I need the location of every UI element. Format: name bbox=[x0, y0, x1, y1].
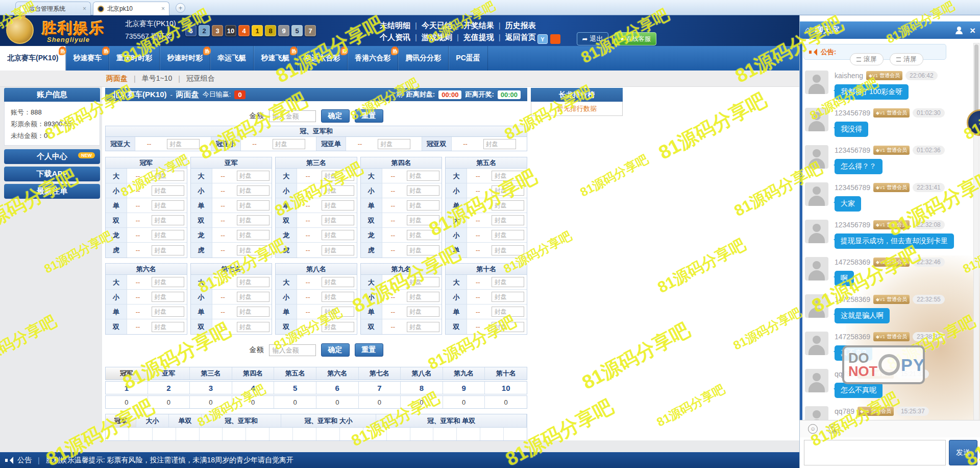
confirm-button[interactable]: 确定 bbox=[321, 109, 350, 123]
bet-option-第十名-单[interactable]: 单-- bbox=[446, 305, 527, 319]
bet-option-第四名-大[interactable]: 大-- bbox=[361, 169, 442, 183]
header-link-今天已结[interactable]: 今天已结 bbox=[422, 21, 452, 30]
bet-option-第六名-单[interactable]: 单-- bbox=[106, 305, 187, 319]
bet-option-第七名-单[interactable]: 单-- bbox=[191, 305, 272, 319]
summary-number-cell[interactable]: 8 bbox=[401, 382, 443, 394]
reset-button[interactable]: 重置 bbox=[355, 109, 383, 123]
bet-option-亚军-大[interactable]: 大-- bbox=[191, 169, 272, 183]
bet-amount-input[interactable] bbox=[492, 322, 524, 332]
bet-option-第四名-单[interactable]: 单-- bbox=[361, 198, 442, 213]
nav-tab-重庆时时彩[interactable]: 重庆时时彩 bbox=[109, 46, 160, 71]
sum-bet-amount-input[interactable] bbox=[273, 139, 305, 149]
bet-amount-input[interactable] bbox=[407, 200, 439, 210]
bet-amount-input[interactable] bbox=[492, 277, 524, 287]
sum-bet-冠亚单[interactable]: 冠亚单-- bbox=[316, 137, 422, 151]
chat-message-input[interactable] bbox=[804, 440, 946, 465]
bet-option-亚军-双[interactable]: 双-- bbox=[191, 213, 272, 228]
bet-amount-input[interactable] bbox=[237, 245, 270, 255]
bet-amount-input[interactable] bbox=[322, 185, 354, 196]
home-icon[interactable]: ⌂ bbox=[805, 25, 811, 36]
online-service-button[interactable]: ● 在线客服 bbox=[615, 32, 656, 45]
sum-bet-冠亚小[interactable]: 冠亚小-- bbox=[211, 137, 317, 151]
summary-number-cell[interactable]: 4 bbox=[232, 382, 275, 394]
subnav-两面盘[interactable]: 两面盘 bbox=[106, 74, 128, 83]
bet-option-第十名-大[interactable]: 大-- bbox=[446, 275, 527, 290]
bet-option-亚军-单[interactable]: 单-- bbox=[191, 198, 272, 213]
bet-amount-input[interactable] bbox=[322, 322, 354, 332]
bet-option-第三名-双[interactable]: 双-- bbox=[276, 213, 357, 228]
bet-option-第七名-大[interactable]: 大-- bbox=[191, 275, 272, 290]
combo-header-冠、亚军和 单双[interactable]: 冠、亚军和 单双 bbox=[376, 414, 527, 427]
bet-option-亚军-虎[interactable]: 虎-- bbox=[191, 243, 272, 258]
bet-option-第五名-大[interactable]: 大-- bbox=[446, 213, 527, 228]
header-link-游戏规则[interactable]: 游戏规则 bbox=[422, 33, 452, 41]
bet-amount-input[interactable] bbox=[237, 322, 270, 332]
chat-close-icon[interactable]: × bbox=[970, 27, 975, 34]
image-upload-icon[interactable] bbox=[829, 425, 839, 433]
nav-tab-北京赛车(PK10)[interactable]: 北京赛车(PK10)热 bbox=[0, 46, 66, 71]
combo-header-单双[interactable]: 单双 bbox=[169, 414, 202, 427]
summary-header-第九名[interactable]: 第九名 bbox=[443, 367, 485, 380]
nav-tab-秒速时时彩[interactable]: 秒速时时彩热 bbox=[160, 46, 210, 71]
summary-header-第六名[interactable]: 第六名 bbox=[316, 367, 359, 380]
bet-option-第五名-小[interactable]: 小-- bbox=[446, 183, 527, 198]
close-tab-icon[interactable]: × bbox=[83, 5, 86, 12]
bet-amount-input[interactable] bbox=[407, 292, 439, 302]
clear-screen-button[interactable]: 清屏 bbox=[890, 53, 923, 65]
subnav-冠亚组合[interactable]: 冠亚组合 bbox=[186, 74, 215, 83]
combo-header-冠军[interactable]: 冠军 bbox=[106, 414, 136, 427]
bet-amount-input[interactable] bbox=[152, 292, 184, 302]
bet-amount-input[interactable] bbox=[152, 307, 184, 317]
bet-option-第三名-大[interactable]: 大-- bbox=[276, 169, 357, 183]
bet-amount-input[interactable] bbox=[492, 185, 524, 196]
bet-option-第十名-小[interactable]: 小-- bbox=[446, 290, 527, 305]
header-link-充值提现[interactable]: 充值提现 bbox=[463, 33, 494, 41]
bet-amount-input[interactable] bbox=[152, 277, 184, 287]
bet-option-亚军-龙[interactable]: 龙-- bbox=[191, 228, 272, 243]
bet-amount-input[interactable] bbox=[492, 245, 524, 255]
bet-option-第八名-大[interactable]: 大-- bbox=[276, 275, 357, 290]
browser-tab-pk10[interactable]: 北京pk10 × bbox=[93, 2, 169, 15]
close-tab-icon[interactable]: × bbox=[161, 5, 165, 12]
bet-amount-input[interactable] bbox=[152, 171, 184, 181]
bet-option-第八名-双[interactable]: 双-- bbox=[276, 319, 357, 334]
sum-bet-冠亚双[interactable]: 冠亚双-- bbox=[422, 137, 527, 151]
bet-amount-input[interactable] bbox=[152, 185, 184, 196]
header-link-历史报表[interactable]: 历史报表 bbox=[505, 21, 536, 30]
bet-amount-input[interactable] bbox=[237, 307, 270, 317]
sum-bet-amount-input[interactable] bbox=[483, 139, 516, 149]
bet-option-第五名-大[interactable]: 大-- bbox=[446, 169, 527, 183]
bet-amount-input[interactable] bbox=[322, 307, 354, 317]
summary-number-cell[interactable]: 5 bbox=[274, 382, 316, 394]
bet-amount-input[interactable] bbox=[492, 200, 524, 210]
bet-amount-input[interactable] bbox=[152, 245, 184, 255]
summary-number-cell[interactable]: 6 bbox=[316, 382, 359, 394]
nav-tab-腾讯分分彩[interactable]: 腾讯分分彩 bbox=[398, 46, 449, 71]
bet-option-第九名-大[interactable]: 大-- bbox=[361, 275, 442, 290]
combo-header-冠、亚军和[interactable]: 冠、亚军和 bbox=[202, 414, 281, 427]
bet-option-第四名-小[interactable]: 小-- bbox=[361, 183, 442, 198]
sum-bet-amount-input[interactable] bbox=[378, 139, 410, 149]
scroll-screen-button[interactable]: 滚屏 bbox=[850, 53, 884, 65]
bet-amount-input[interactable] bbox=[407, 245, 439, 255]
bet-option-第七名-双[interactable]: 双-- bbox=[191, 319, 272, 334]
bet-amount-input[interactable] bbox=[152, 230, 184, 240]
subnav-单号1~10[interactable]: 单号1~10 bbox=[142, 74, 173, 83]
summary-header-第七名[interactable]: 第七名 bbox=[359, 367, 401, 380]
bet-amount-input[interactable] bbox=[492, 215, 524, 225]
bet-option-第五名-单[interactable]: 单-- bbox=[446, 198, 527, 213]
bet-option-第四名-虎[interactable]: 虎-- bbox=[361, 243, 442, 258]
nav-tab-香港六合彩[interactable]: 香港六合彩热 bbox=[348, 46, 398, 71]
bet-option-冠军-单[interactable]: 单-- bbox=[106, 198, 187, 213]
summary-header-第十名[interactable]: 第十名 bbox=[485, 367, 527, 380]
bet-option-第三名-虎[interactable]: 虎-- bbox=[276, 243, 357, 258]
bet-option-第七名-小[interactable]: 小-- bbox=[191, 290, 272, 305]
bet-option-冠军-小[interactable]: 小-- bbox=[106, 183, 187, 198]
bet-option-第九名-单[interactable]: 单-- bbox=[361, 305, 442, 319]
summary-header-亚军[interactable]: 亚军 bbox=[148, 367, 190, 380]
bet-option-第六名-双[interactable]: 双-- bbox=[106, 319, 187, 334]
summary-header-第八名[interactable]: 第八名 bbox=[401, 367, 443, 380]
amount-input[interactable] bbox=[269, 110, 316, 122]
summary-number-cell[interactable]: 2 bbox=[148, 382, 190, 394]
bet-amount-input[interactable] bbox=[322, 277, 354, 287]
